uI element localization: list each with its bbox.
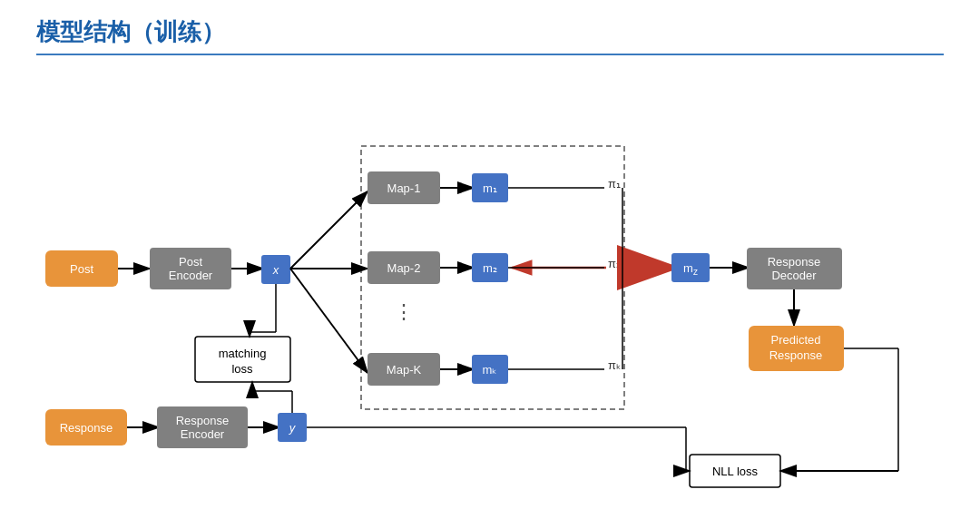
- mapk-label: Map-K: [387, 363, 422, 377]
- diagram-area: Post Post Encoder x Map-1 m₁: [27, 73, 953, 501]
- map1-label: Map-1: [387, 181, 421, 195]
- page: 模型结构（训练） Post: [0, 0, 980, 519]
- dots: ⋮: [394, 300, 414, 323]
- title-underline: [36, 54, 944, 55]
- arrow-x-map1: [290, 191, 368, 269]
- diagram-svg: Post Post Encoder x Map-1 m₁: [27, 73, 953, 501]
- post-encoder-label: Post: [179, 255, 202, 269]
- map2-label: Map-2: [387, 261, 421, 275]
- response-label: Response: [60, 421, 113, 435]
- response-decoder-label2: Decoder: [771, 269, 817, 282]
- x-label: x: [272, 263, 279, 277]
- title-area: 模型结构（训练）: [0, 0, 980, 63]
- arrow-x-mapk: [290, 269, 368, 373]
- pik-label: πₖ: [608, 358, 622, 372]
- pi1-label: π₁: [608, 177, 621, 191]
- mk-label: mₖ: [483, 363, 498, 377]
- pi2-label: π₂: [608, 257, 621, 270]
- response-encoder-label2: Encoder: [181, 427, 225, 441]
- post-label: Post: [70, 262, 93, 276]
- post-encoder-label2: Encoder: [169, 269, 213, 282]
- response-encoder-label: Response: [176, 414, 230, 427]
- predicted-response-label: Predicted: [771, 333, 821, 347]
- matching-loss-label2: loss: [231, 362, 253, 376]
- page-title: 模型结构（训练）: [36, 16, 944, 48]
- nll-loss-label: NLL loss: [712, 465, 759, 478]
- m2-label: m₂: [483, 261, 497, 275]
- matching-loss-label: matching: [219, 347, 267, 360]
- response-decoder-label: Response: [768, 255, 821, 269]
- m1-label: m₁: [483, 181, 497, 195]
- predicted-response-label2: Response: [769, 348, 823, 362]
